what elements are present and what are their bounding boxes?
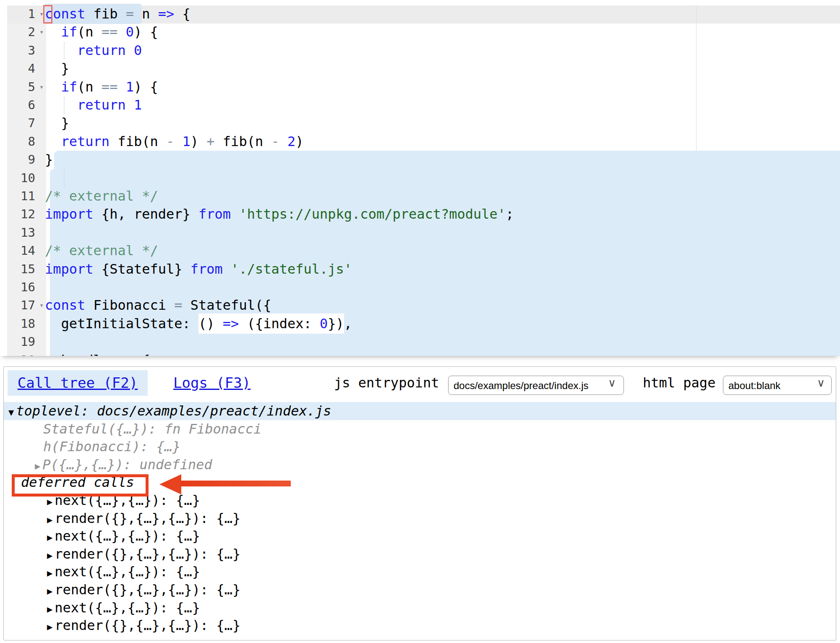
html-page-label: html page	[643, 370, 715, 396]
code-token: }	[45, 115, 69, 131]
call-tree-row[interactable]: ▼toplevel: docs/examples/preact/index.js	[4, 402, 836, 420]
line-number: 16	[0, 278, 35, 296]
code-token: (n	[77, 24, 102, 40]
code-line[interactable]: }	[45, 60, 69, 78]
fold-arrow-icon[interactable]: ▾	[37, 23, 46, 41]
call-tree-row-label: render({},{…},{…}): {…}	[55, 582, 240, 598]
tab-call-tree[interactable]: Call tree (F2)	[8, 370, 148, 396]
code-line[interactable]: return 1	[45, 96, 142, 114]
code-token: =>	[223, 314, 239, 334]
call-tree-row[interactable]: ▶render({},{…},{…}): {…}	[47, 545, 240, 563]
code-line[interactable]: /* external */	[45, 242, 158, 260]
code-token: ;	[506, 206, 514, 222]
call-tree-row[interactable]: h(Fibonacci): {…}	[43, 438, 181, 456]
code-line[interactable]: }	[45, 114, 69, 132]
fold-arrow-icon[interactable]: ▾	[37, 296, 46, 314]
code-line[interactable]: import {h, render} from 'https://unpkg.c…	[45, 205, 514, 223]
code-token: 'https://unpkg.com/preact?module'	[239, 206, 506, 222]
code-token: n	[142, 6, 158, 22]
line-number: 8	[0, 133, 35, 151]
code-editor[interactable]: const fib = n => { if(n == 0) { return 0…	[0, 0, 840, 356]
call-tree-row-label: next({…},{…}): {…}	[55, 600, 200, 616]
code-line[interactable]: return 0	[45, 42, 142, 60]
code-token: =	[174, 297, 182, 313]
code-line[interactable]: handlers: {	[45, 351, 150, 356]
code-token: from	[198, 206, 231, 222]
code-token: {h, render}	[94, 206, 198, 222]
expand-arrow-icon[interactable]: ▶	[47, 532, 52, 543]
code-token: import	[45, 206, 94, 222]
line-number: 17	[0, 296, 35, 314]
code-token: -	[271, 133, 279, 149]
code-token: import	[45, 261, 94, 277]
column-ruler	[696, 5, 697, 151]
code-token	[126, 42, 134, 58]
code-token: getInitialState:	[45, 316, 198, 332]
line-number: 3	[0, 42, 35, 60]
code-token: return	[61, 133, 110, 149]
code-token	[45, 42, 77, 58]
code-line[interactable]: import {Stateful} from './stateful.js'	[45, 260, 352, 278]
expand-arrow-icon[interactable]: ▶	[47, 550, 52, 561]
tab-logs[interactable]: Logs (F3)	[173, 370, 250, 396]
call-tree-row-label: h(Fibonacci): {…}	[43, 439, 181, 455]
code-token: Stateful({	[183, 297, 271, 313]
expand-arrow-icon[interactable]: ▶	[47, 515, 52, 525]
code-line[interactable]: if(n == 0) {	[45, 23, 158, 41]
selection-highlight	[54, 151, 840, 169]
code-token: })	[328, 314, 344, 334]
code-line[interactable]: return fib(n - 1) + fib(n - 2)	[45, 133, 304, 151]
expand-arrow-icon[interactable]: ▶	[47, 586, 52, 596]
code-line[interactable]: }	[45, 151, 53, 169]
code-token: }	[45, 60, 69, 76]
call-tree-row[interactable]: Stateful({…}): fn Fibonacci	[43, 420, 261, 438]
call-tree-row[interactable]: ▶render({},{…},{…}): {…}	[47, 581, 240, 599]
line-number: 20	[0, 351, 35, 356]
collapse-arrow-icon[interactable]: ▼	[8, 407, 14, 418]
code-line[interactable]: if(n == 1) {	[45, 78, 158, 96]
line-number: 12	[0, 205, 35, 223]
code-token	[279, 133, 287, 149]
code-token	[231, 206, 239, 222]
line-number: 11	[0, 187, 35, 205]
line-number: 2	[0, 23, 35, 41]
code-token: ()	[198, 314, 223, 334]
call-tree-row[interactable]: ▶render({},{…},{…}): {…}	[47, 617, 240, 635]
call-tree-row[interactable]: ▶render({},{…},{…}): {…}	[47, 510, 240, 528]
code-token: {Stateful}	[94, 261, 190, 277]
code-line[interactable]: const Fibonacci = Stateful({	[45, 296, 271, 314]
debugger-panel: Call tree (F2) Logs (F3) js entrypoint d…	[3, 366, 836, 640]
expand-arrow-icon[interactable]: ▶	[47, 622, 52, 632]
line-number: 15	[0, 260, 35, 278]
annotation-red-arrow-icon	[159, 474, 181, 494]
code-token	[117, 24, 125, 40]
fold-arrow-icon[interactable]: ▾	[37, 78, 46, 96]
call-tree-row-label: render({},{…},{…}): {…}	[55, 617, 240, 633]
code-line[interactable]: /* external */	[45, 187, 158, 205]
html-page-select[interactable]: about:blank	[723, 376, 832, 395]
code-token	[117, 79, 125, 95]
code-token: Fibonacci	[85, 297, 174, 313]
js-entrypoint-select[interactable]: docs/examples/preact/index.js	[448, 376, 624, 395]
indent-guide	[64, 170, 65, 186]
code-line[interactable]: getInitialState: () => ({index: 0}),	[45, 315, 352, 333]
code-token: )	[295, 133, 303, 149]
call-tree-row-label: toplevel: docs/examples/preact/index.js	[16, 403, 331, 419]
code-token: fib(n	[215, 133, 271, 149]
line-number: 1	[0, 5, 35, 23]
code-token: )	[190, 133, 207, 149]
code-token: './stateful.js'	[231, 261, 352, 277]
code-token: ,	[344, 316, 352, 332]
expand-arrow-icon[interactable]: ▶	[47, 604, 52, 614]
line-number: 13	[0, 224, 35, 242]
expand-arrow-icon[interactable]: ▶	[47, 568, 52, 578]
js-entrypoint-label: js entrypoint	[334, 370, 439, 396]
call-tree-row[interactable]: ▶P({…},{…}): undefined	[35, 456, 212, 474]
call-tree-row[interactable]: ▶next({…},{…}): {…}	[47, 527, 200, 545]
expand-arrow-icon[interactable]: ▶	[35, 461, 40, 471]
code-line[interactable]: const fib = n => {	[45, 5, 190, 23]
call-tree-row[interactable]: ▶next({…},{…}): {…}	[47, 599, 200, 617]
call-tree-row-label: next({…},{…}): {…}	[55, 564, 200, 580]
expand-arrow-icon[interactable]: ▶	[47, 497, 52, 507]
call-tree-row[interactable]: ▶next({…},{…}): {…}	[47, 563, 200, 581]
